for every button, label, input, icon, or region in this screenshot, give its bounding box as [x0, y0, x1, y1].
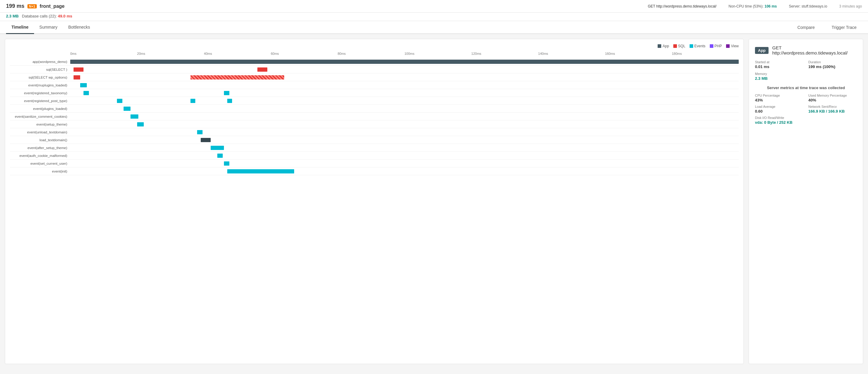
legend-events-label: Events: [694, 44, 706, 48]
bar-app: [70, 60, 739, 64]
tick-80: 80ms: [338, 52, 404, 56]
bar-event: [124, 107, 130, 111]
sql-color: [673, 44, 677, 48]
table-row: event(setup_theme): [10, 121, 739, 128]
bar-event: [224, 161, 229, 166]
legend-events: Events: [689, 44, 706, 48]
network-sent-recv: Network Sent/Recv 166.9 KB / 166.9 KB: [808, 105, 857, 113]
side-panel-header: App GET http://wordpress.demo.tideways.l…: [755, 45, 857, 56]
chart-rows: app(wordpress_demo) sql(SELECT ) sql(SEL…: [10, 58, 739, 175]
table-row: event(after_setup_theme): [10, 144, 739, 152]
tab-summary[interactable]: Summary: [34, 21, 63, 34]
bar-event: [190, 99, 195, 103]
server-metrics-title: Server metrics at time trace was collect…: [755, 86, 857, 90]
timeline-panel: App SQL Events PHP View 0ms 20ms 40: [5, 39, 744, 364]
row-label: event(setup_theme): [10, 123, 70, 126]
duration-val: 199 ms (100%): [808, 64, 857, 69]
duration: Duration 199 ms (100%): [808, 60, 857, 69]
bar-event: [137, 122, 144, 127]
cpu-val: 43%: [755, 98, 804, 102]
bar-area: [70, 169, 739, 174]
bar-event: [117, 99, 122, 103]
side-url: GET http://wordpress.demo.tideways.local…: [772, 45, 857, 56]
net-label: Network Sent/Recv: [808, 105, 857, 108]
net-val: 166.9 KB / 166.9 KB: [808, 109, 857, 113]
disk-io: Disk I/O Read/Write vda: 0 Byte / 252 KB: [755, 116, 857, 125]
load-avg-val: 0.60: [755, 109, 804, 113]
side-panel: App GET http://wordpress.demo.tideways.l…: [749, 39, 863, 364]
memory-val: 2.3 MB: [755, 76, 804, 81]
tabs-bar: Timeline Summary Bottlenecks Compare Tri…: [0, 21, 868, 34]
request-url: GET http://wordpress.demo.tideways.local…: [648, 4, 716, 8]
used-memory: Used Memory Percentage 40%: [808, 94, 857, 102]
bar-area: [70, 106, 739, 111]
table-row: event(muplugins_loaded): [10, 81, 739, 89]
table-row: event(auth_cookie_malformed): [10, 152, 739, 160]
table-row: event(unload_textdomain): [10, 128, 739, 136]
table-row: sql(SELECT wp_options): [10, 73, 739, 81]
tick-60: 60ms: [271, 52, 338, 56]
app-color: [658, 44, 661, 48]
bar-event: [211, 146, 224, 150]
table-row: load_textdomain(): [10, 136, 739, 144]
top-bar: 199 ms N+1 front_page GET http://wordpre…: [0, 0, 868, 13]
bar-area: [70, 161, 739, 166]
page-name: front_page: [40, 4, 65, 9]
row-label: event(init): [10, 170, 70, 173]
row-label: event(plugins_loaded): [10, 107, 70, 110]
table-row: event(plugins_loaded): [10, 105, 739, 113]
row-label: event(after_setup_theme): [10, 146, 70, 150]
used-mem-val: 40%: [808, 98, 857, 102]
memory-label: Memory: [755, 72, 804, 76]
table-row: event(init): [10, 167, 739, 175]
bar-event: [197, 130, 203, 134]
row-label: sql(SELECT wp_options): [10, 76, 70, 79]
tabs-right: Compare Trigger Trace: [792, 22, 862, 33]
bar-event: [84, 91, 89, 95]
tick-20: 20ms: [137, 52, 204, 56]
response-time: 199 ms: [6, 3, 24, 9]
row-label: event(set_current_user): [10, 162, 70, 165]
bar-area: [70, 67, 739, 72]
bar-area: [70, 114, 739, 119]
row-label: event(sanitize_comment_cookies): [10, 115, 70, 118]
legend: App SQL Events PHP View: [10, 44, 739, 48]
bar-dark: [201, 138, 211, 142]
bar-area: [70, 130, 739, 135]
memory: Memory 2.3 MB: [755, 72, 804, 81]
table-row: sql(SELECT ): [10, 66, 739, 73]
tab-bottlenecks[interactable]: Bottlenecks: [63, 21, 95, 34]
started-at-label: Started at: [755, 60, 804, 64]
row-label: event(registered_post_type): [10, 99, 70, 103]
legend-php-label: PHP: [715, 44, 722, 48]
time-axis: 0ms 20ms 40ms 60ms 80ms 100ms 120ms 140m…: [70, 52, 739, 56]
bar-sql: [73, 67, 84, 72]
db-info: 2.3 MB Database calls (22): 49.0 ms: [6, 14, 72, 19]
view-color: [726, 44, 730, 48]
tab-compare[interactable]: Compare: [792, 22, 820, 33]
side-stats-grid: Started at 0.01 ms Duration 199 ms (100%…: [755, 60, 857, 81]
table-row: event(registered_post_type): [10, 97, 739, 105]
bar-sql-striped: [190, 75, 284, 79]
bar-sql: [257, 67, 267, 72]
tab-timeline[interactable]: Timeline: [6, 21, 34, 34]
tick-0: 0ms: [70, 52, 137, 56]
bar-area: [70, 83, 739, 88]
cpu-percentage: CPU Percentage 43%: [755, 94, 804, 102]
bar-sql-small: [73, 75, 80, 79]
legend-sql-label: SQL: [678, 44, 685, 48]
bar-area: [70, 75, 739, 80]
table-row: event(set_current_user): [10, 160, 739, 167]
tab-trigger-trace[interactable]: Trigger Trace: [826, 22, 862, 33]
row-label: event(registered_taxonomy): [10, 91, 70, 95]
legend-app-label: App: [662, 44, 669, 48]
bar-area: [70, 59, 739, 64]
bar-area: [70, 99, 739, 103]
row-label: app(wordpress_demo): [10, 60, 70, 64]
bar-event: [80, 83, 87, 87]
used-mem-label: Used Memory Percentage: [808, 94, 857, 97]
legend-view-label: View: [731, 44, 739, 48]
second-row: 2.3 MB Database calls (22): 49.0 ms: [0, 13, 868, 21]
bar-area: [70, 145, 739, 150]
tick-160: 160ms: [605, 52, 672, 56]
